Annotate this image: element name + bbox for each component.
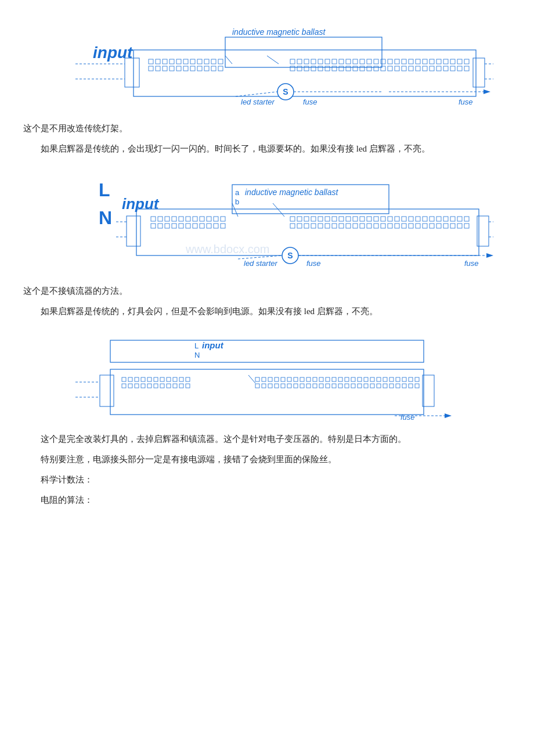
svg-rect-83	[214, 217, 218, 221]
svg-rect-151	[141, 377, 145, 381]
svg-rect-109	[457, 217, 462, 221]
svg-rect-24	[381, 59, 385, 64]
conn-line-2	[267, 56, 279, 64]
svg-rect-179	[383, 377, 387, 381]
diagram1-container: inductive magnetic ballast input	[23, 22, 511, 115]
svg-rect-46	[211, 66, 216, 71]
svg-rect-17	[332, 59, 337, 64]
svg-rect-122	[290, 224, 295, 228]
svg-rect-128	[332, 224, 337, 228]
svg-rect-3	[169, 59, 174, 64]
svg-rect-8	[204, 59, 209, 64]
svg-rect-68	[430, 66, 434, 71]
svg-rect-193	[173, 384, 177, 388]
left-connector-3	[100, 375, 114, 406]
text-block-3: 这个是不接镇流器的方法。	[23, 283, 511, 299]
left-connector-1	[125, 58, 139, 87]
svg-rect-194	[179, 384, 183, 388]
svg-rect-137	[395, 224, 399, 228]
svg-rect-118	[200, 224, 204, 228]
svg-rect-42	[183, 66, 188, 71]
L-label-3: L	[194, 341, 199, 350]
svg-rect-145	[450, 224, 455, 228]
svg-rect-58	[360, 66, 365, 71]
fixture-box-3	[110, 369, 424, 415]
svg-rect-9	[211, 59, 216, 64]
svg-rect-158	[186, 377, 190, 381]
svg-rect-155	[167, 377, 171, 381]
svg-rect-203	[300, 384, 304, 388]
svg-rect-115	[179, 224, 183, 228]
svg-rect-97	[374, 217, 378, 221]
svg-rect-27	[402, 59, 406, 64]
svg-rect-61	[381, 66, 385, 71]
diagram3-container: L input N	[23, 330, 511, 426]
svg-rect-164	[287, 377, 291, 381]
svg-rect-219	[402, 384, 406, 388]
svg-rect-135	[381, 224, 385, 228]
led-grid-row2-1	[149, 66, 469, 71]
svg-rect-163	[281, 377, 285, 381]
svg-rect-110	[464, 217, 469, 221]
svg-rect-215	[377, 384, 381, 388]
svg-rect-212	[358, 384, 362, 388]
svg-rect-161	[268, 377, 272, 381]
right-connector-3	[423, 375, 434, 406]
N-label-2: N	[99, 207, 112, 228]
svg-rect-156	[173, 377, 177, 381]
text-block-5: 这个是完全改装灯具的，去掉启辉器和镇流器。这个是针对电子变压器的。特别是日本方面…	[23, 431, 511, 447]
svg-rect-126	[318, 224, 323, 228]
svg-rect-54	[332, 66, 337, 71]
svg-rect-60	[374, 66, 378, 71]
svg-rect-169	[319, 377, 323, 381]
svg-rect-176	[364, 377, 368, 381]
diagram3-svg: L input N	[58, 330, 476, 426]
svg-rect-101	[402, 217, 406, 221]
svg-rect-183	[409, 377, 413, 381]
led-grid-row1-2	[151, 217, 469, 221]
svg-rect-198	[268, 384, 272, 388]
text-block-6: 特别要注意，电源接头部分一定是有接电源端，接错了会烧到里面的保险丝。	[23, 452, 511, 467]
svg-rect-188	[141, 384, 145, 388]
svg-rect-40	[169, 66, 174, 71]
input-label-1: input	[93, 44, 134, 62]
led-starter-label-2: led starter	[244, 259, 277, 268]
svg-rect-125	[311, 224, 316, 228]
svg-rect-127	[325, 224, 330, 228]
svg-rect-88	[311, 217, 316, 221]
svg-rect-77	[172, 217, 176, 221]
svg-rect-35	[457, 59, 462, 64]
svg-rect-104	[423, 217, 427, 221]
svg-rect-66	[416, 66, 420, 71]
conn-line-1	[225, 56, 232, 64]
svg-rect-214	[370, 384, 374, 388]
svg-rect-141	[423, 224, 427, 228]
input-label-3: input	[202, 340, 224, 350]
svg-rect-113	[165, 224, 169, 228]
diagram2-svg: L input N a b inductive magnetic ballast	[41, 167, 493, 278]
svg-rect-75	[158, 217, 163, 221]
svg-rect-69	[436, 66, 441, 71]
svg-rect-108	[450, 217, 455, 221]
svg-rect-76	[165, 217, 169, 221]
svg-rect-6	[190, 59, 195, 64]
fuse-arrow-2	[486, 253, 493, 258]
svg-rect-192	[167, 384, 171, 388]
svg-rect-136	[388, 224, 392, 228]
svg-rect-152	[147, 377, 151, 381]
svg-rect-107	[443, 217, 448, 221]
text8: 电阻的算法：	[41, 495, 93, 505]
svg-rect-14	[311, 59, 316, 64]
text-block-8: 电阻的算法：	[23, 492, 511, 508]
svg-rect-22	[367, 59, 371, 64]
fuse-label-1b: fuse	[459, 98, 473, 106]
svg-rect-13	[304, 59, 309, 64]
svg-rect-173	[345, 377, 349, 381]
svg-rect-79	[186, 217, 190, 221]
svg-rect-19	[346, 59, 351, 64]
svg-rect-106	[436, 217, 441, 221]
text5: 这个是完全改装灯具的，去掉启辉器和镇流器。这个是针对电子变压器的。特别是日本方面…	[41, 434, 406, 444]
starter-s-label-2: S	[287, 251, 293, 260]
svg-rect-80	[193, 217, 197, 221]
svg-rect-200	[281, 384, 285, 388]
